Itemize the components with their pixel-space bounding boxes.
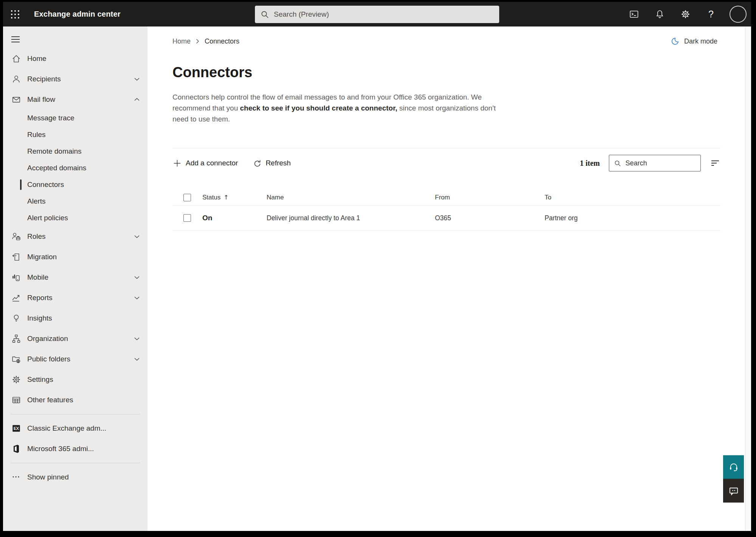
sidebar-item-reports[interactable]: Reports: [3, 288, 147, 308]
select-all-checkbox[interactable]: [183, 194, 191, 201]
row-status: On: [202, 214, 267, 222]
sidebar-item-microsoft-365-admin[interactable]: Microsoft 365 admi...: [3, 439, 147, 459]
account-avatar[interactable]: [730, 6, 747, 23]
sidebar-item-label: Show pinned: [27, 473, 69, 481]
svg-text:E: E: [14, 426, 16, 431]
sidebar-item-settings[interactable]: Settings: [3, 369, 147, 390]
breadcrumb-home-link[interactable]: Home: [172, 37, 191, 45]
mobile-icon: [11, 272, 21, 282]
table-grid-icon: [11, 395, 21, 405]
chevron-down-icon: [134, 337, 140, 341]
gear-icon: [11, 375, 21, 384]
sidebar-item-mobile[interactable]: Mobile: [3, 267, 147, 288]
dark-mode-label: Dark mode: [684, 37, 717, 45]
sidebar-item-label: Insights: [27, 314, 52, 322]
global-search-box[interactable]: [255, 6, 499, 23]
dark-mode-toggle[interactable]: Dark mode: [670, 37, 717, 46]
refresh-label: Refresh: [265, 159, 291, 167]
search-icon: [260, 10, 269, 19]
row-name[interactable]: Deliver journal directly to Area 1: [267, 214, 435, 222]
filter-button[interactable]: [710, 158, 720, 168]
help-button[interactable]: ?: [704, 7, 718, 22]
sidebar-item-recipients[interactable]: Recipients: [3, 69, 147, 89]
list-search-box[interactable]: [609, 155, 701, 171]
sidebar-item-label: Home: [27, 54, 47, 63]
gear-icon: [680, 9, 691, 19]
breadcrumb: Home Connectors: [172, 37, 239, 45]
page-description: Connectors help control the flow of emai…: [172, 92, 505, 125]
vertical-scrollbar[interactable]: [745, 26, 751, 531]
feedback-button[interactable]: [723, 479, 744, 503]
table-header: Status ↑ Name From To: [172, 189, 720, 206]
sidebar-item-alerts[interactable]: Alerts: [3, 193, 147, 210]
chevron-up-icon: [134, 98, 140, 101]
powershell-terminal-button[interactable]: [627, 7, 641, 22]
row-to: Partner org: [545, 214, 720, 222]
sidebar-item-label: Rules: [27, 131, 46, 139]
exchange-logo-icon: E: [11, 423, 21, 433]
sidebar-item-label: Other features: [27, 396, 73, 404]
sidebar-item-organization[interactable]: Organization: [3, 328, 147, 349]
chevron-down-icon: [134, 235, 140, 238]
sidebar-item-label: Microsoft 365 admi...: [27, 445, 94, 453]
sidebar-item-label: Classic Exchange adm...: [27, 424, 106, 433]
sidebar-item-show-pinned[interactable]: Show pinned: [3, 467, 147, 487]
list-search-input[interactable]: [626, 159, 696, 167]
refresh-icon: [253, 159, 262, 168]
search-icon: [614, 159, 621, 168]
home-icon: [11, 54, 21, 64]
sidebar-item-migration[interactable]: Migration: [3, 247, 147, 267]
add-connector-button[interactable]: Add a connector: [172, 159, 238, 168]
sidebar-item-label: Recipients: [27, 75, 61, 83]
chevron-down-icon: [134, 276, 140, 279]
roles-icon: [11, 232, 21, 241]
sidebar-item-other-features[interactable]: Other features: [3, 390, 147, 410]
sidebar-item-home[interactable]: Home: [3, 48, 147, 69]
sidebar-item-public-folders[interactable]: Public folders: [3, 349, 147, 369]
column-header-name[interactable]: Name: [267, 194, 435, 201]
apps-grid-icon: [11, 10, 12, 12]
chat-bubble-icon: [728, 485, 739, 497]
list-toolbar: Add a connector Refresh 1 item: [172, 154, 720, 172]
sidebar-item-label: Reports: [27, 294, 53, 302]
sidebar-item-label: Public folders: [27, 355, 70, 363]
sidebar-divider: [11, 414, 140, 414]
sidebar-item-message-trace[interactable]: Message trace: [3, 110, 147, 126]
notifications-button[interactable]: [652, 7, 667, 22]
lightbulb-icon: [11, 313, 21, 323]
global-search-input[interactable]: [274, 10, 494, 19]
collapse-nav-button[interactable]: [11, 35, 23, 44]
floating-action-buttons: [723, 455, 744, 503]
sidebar-item-alert-policies[interactable]: Alert policies: [3, 210, 147, 226]
app-launcher-button[interactable]: [8, 7, 23, 22]
main-content: Home Connectors Dark mode Connectors Con…: [147, 26, 745, 531]
sidebar-item-label: Alerts: [27, 197, 46, 205]
sidebar-item-mail-flow[interactable]: Mail flow: [3, 89, 147, 110]
app-title: Exchange admin center: [34, 10, 121, 19]
sidebar-item-connectors[interactable]: Connectors: [3, 176, 147, 193]
sidebar-item-roles[interactable]: Roles: [3, 226, 147, 247]
column-header-status[interactable]: Status ↑: [202, 194, 267, 201]
page-title: Connectors: [172, 64, 720, 81]
column-header-to[interactable]: To: [545, 194, 720, 201]
sidebar-item-label: Remote domains: [27, 147, 82, 156]
refresh-button[interactable]: Refresh: [253, 159, 291, 168]
sidebar-item-accepted-domains[interactable]: Accepted domains: [3, 160, 147, 176]
sidebar-item-label: Alert policies: [27, 214, 68, 222]
section-divider: [172, 148, 720, 148]
support-button[interactable]: [723, 455, 744, 479]
sidebar-item-label: Migration: [27, 253, 57, 261]
sidebar-divider: [11, 463, 140, 463]
sidebar-item-classic-exchange-admin[interactable]: E Classic Exchange adm...: [3, 418, 147, 439]
sidebar-item-rules[interactable]: Rules: [3, 126, 147, 143]
column-header-from[interactable]: From: [435, 194, 545, 201]
plus-icon: [172, 159, 182, 168]
table-row[interactable]: On Deliver journal directly to Area 1 O3…: [172, 206, 720, 230]
row-checkbox[interactable]: [183, 214, 191, 222]
sidebar-item-remote-domains[interactable]: Remote domains: [3, 143, 147, 160]
selected-indicator: [20, 179, 22, 190]
settings-button[interactable]: [678, 7, 692, 22]
chevron-down-icon: [134, 77, 140, 81]
chevron-right-icon: [196, 39, 199, 44]
sidebar-item-insights[interactable]: Insights: [3, 308, 147, 328]
